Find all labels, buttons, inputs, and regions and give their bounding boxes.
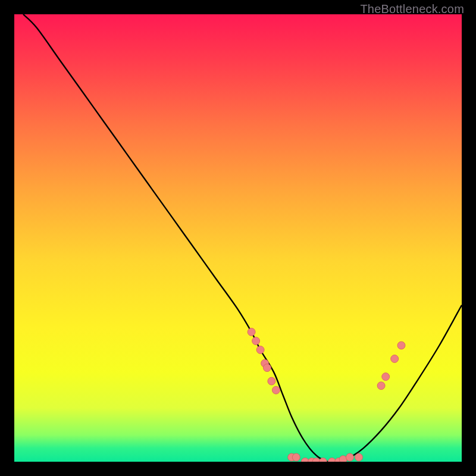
chart-plot-area: [14, 14, 462, 462]
gradient-background: [14, 14, 462, 462]
